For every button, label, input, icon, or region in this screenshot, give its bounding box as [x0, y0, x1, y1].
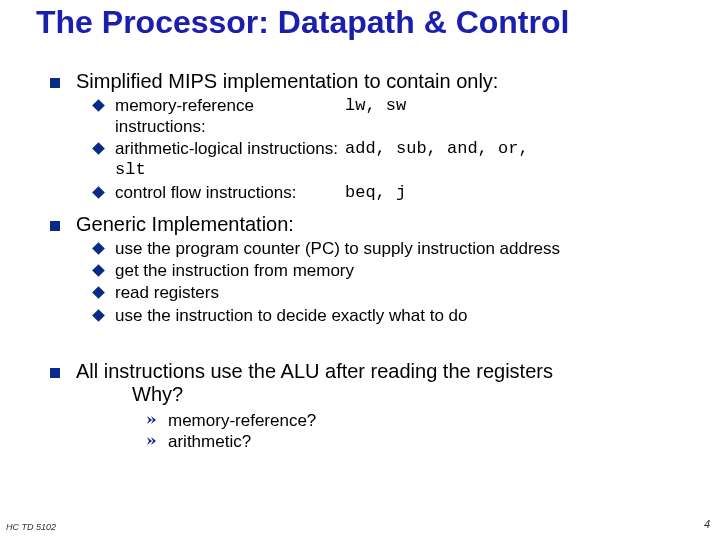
sub-code-line2: slt	[115, 159, 690, 180]
svg-marker-2	[147, 437, 152, 445]
sub-sub-bullet: arithmetic?	[146, 431, 690, 452]
slide-title: The Processor: Datapath & Control	[30, 0, 690, 40]
sub-code: beq, j	[345, 182, 406, 203]
diamond-bullet-icon	[92, 286, 105, 299]
diamond-bullet-icon	[92, 142, 105, 155]
sub-sub-text: arithmetic?	[168, 431, 251, 452]
diamond-bullet-icon	[92, 186, 105, 199]
sub-bullet: memory-reference instructions: lw, sw	[94, 95, 690, 138]
sub-sub-bullet: memory-reference?	[146, 410, 690, 431]
sub-bullet: read registers	[94, 282, 690, 303]
sub-label: arithmetic-logical instructions:	[115, 138, 345, 159]
sub-label: memory-reference instructions:	[115, 95, 345, 138]
bullet-3-subitems: memory-reference? arithmetic?	[146, 410, 690, 453]
square-bullet-icon	[50, 368, 60, 378]
svg-marker-0	[147, 416, 152, 424]
sub-sub-text: memory-reference?	[168, 410, 316, 431]
bullet-1-text: Simplified MIPS implementation to contai…	[76, 70, 498, 93]
bullet-1: Simplified MIPS implementation to contai…	[50, 70, 690, 93]
diamond-bullet-icon	[92, 99, 105, 112]
sub-text: use the instruction to decide exactly wh…	[115, 305, 690, 326]
bullet-3: All instructions use the ALU after readi…	[50, 360, 690, 406]
sub-bullet: control flow instructions: beq, j	[94, 182, 690, 203]
pointer-bullet-icon	[146, 414, 158, 426]
slide-content: Simplified MIPS implementation to contai…	[30, 40, 690, 453]
bullet-2-subitems: use the program counter (PC) to supply i…	[94, 238, 690, 326]
sub-bullet: use the program counter (PC) to supply i…	[94, 238, 690, 259]
diamond-bullet-icon	[92, 309, 105, 322]
footer-left: HC TD 5102	[6, 522, 56, 532]
bullet-2: Generic Implementation:	[50, 213, 690, 236]
slide: The Processor: Datapath & Control Simpli…	[0, 0, 720, 540]
sub-bullet: arithmetic-logical instructions: add, su…	[94, 138, 690, 181]
sub-label: control flow instructions:	[115, 182, 345, 203]
bullet-3-line1: All instructions use the ALU after readi…	[76, 360, 553, 382]
sub-bullet: use the instruction to decide exactly wh…	[94, 305, 690, 326]
sub-code: lw, sw	[345, 95, 406, 138]
bullet-3-text: All instructions use the ALU after readi…	[76, 360, 553, 406]
sub-text: use the program counter (PC) to supply i…	[115, 238, 690, 259]
square-bullet-icon	[50, 78, 60, 88]
square-bullet-icon	[50, 221, 60, 231]
diamond-bullet-icon	[92, 242, 105, 255]
footer-page-number: 4	[704, 518, 710, 530]
bullet-2-text: Generic Implementation:	[76, 213, 294, 236]
diamond-bullet-icon	[92, 264, 105, 277]
bullet-3-line2: Why?	[132, 383, 183, 405]
pointer-bullet-icon	[146, 435, 158, 447]
sub-text: get the instruction from memory	[115, 260, 690, 281]
sub-bullet: get the instruction from memory	[94, 260, 690, 281]
bullet-1-subitems: memory-reference instructions: lw, sw ar…	[94, 95, 690, 203]
sub-code: add, sub, and, or,	[345, 138, 529, 159]
sub-text: read registers	[115, 282, 690, 303]
